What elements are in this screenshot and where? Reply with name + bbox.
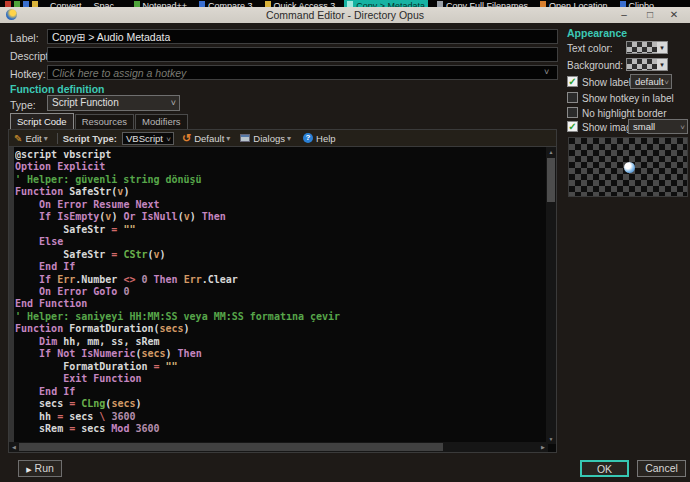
no-highlight-border-checkbox[interactable] [567,107,578,118]
script-type-caption: Script Type: [63,133,117,144]
script-type-chevron-down-icon: ˅ [166,134,171,146]
hotkey-caption: Hotkey: [10,68,46,80]
show-image-chevron-down-icon: ˅ [680,121,685,134]
default-chevron-down-icon: ▾ [226,134,230,143]
window-title: Command Editor - Directory Opus [0,9,690,21]
toolbar-item-clipbo[interactable]: Clipbo [617,0,658,7]
edit-chevron-down-icon: ▾ [44,134,48,143]
background-color-picker[interactable]: ▾ [626,58,668,71]
background-caption: Background: [567,60,623,71]
show-image-combobox[interactable]: small ˅ [628,119,688,134]
edit-menu-button[interactable]: Edit [25,133,41,144]
type-caption: Type: [10,99,36,111]
horizontal-scrollbar[interactable]: ◀ ▶ [9,442,548,452]
background-chevron-down-icon: ▾ [657,59,667,70]
tab-resources[interactable]: Resources [75,114,134,129]
toolbar-icon-cluster[interactable] [2,0,41,7]
show-label-caption: Show label: [582,77,634,88]
description-input[interactable] [47,47,558,62]
tab-modifiers[interactable]: Modifiers [135,114,188,129]
show-label-value: default [635,76,664,87]
hotkey-chevron-down-icon[interactable]: ˅ [544,67,549,77]
ok-button[interactable]: OK [580,460,629,477]
scroll-right-icon[interactable]: ▶ [538,442,548,452]
run-play-icon: ▶ [26,466,31,473]
editor-gutter [9,147,14,444]
default-menu-button[interactable]: Default [194,133,224,144]
toolbar-item-copy-full-filenames[interactable]: Copy Full Filenames [434,0,531,7]
command-editor-window: Convert Spac... Notepad++ Compare 3 Quic… [0,0,690,482]
text-color-chevron-down-icon: ▾ [657,42,667,53]
toolbar-item-copy-metadata[interactable]: Copy > Metadata [344,0,428,7]
run-button-label: Run [35,462,54,474]
text-color-picker[interactable]: ▾ [626,41,668,54]
vertical-scrollbar-thumb[interactable] [547,158,555,202]
vertical-scrollbar[interactable]: ▲ ▼ [546,147,556,444]
script-code-panel: @script vbscriptOption Explicit' Helper:… [8,146,557,453]
show-label-chevron-down-icon: ˅ [664,76,669,89]
default-undo-icon: ↺ [182,132,191,145]
toolbar-item-compare[interactable]: Compare 3 [196,0,256,7]
code-editor[interactable]: @script vbscriptOption Explicit' Helper:… [15,149,545,441]
label-caption: Label: [10,32,39,44]
toolbar-item-notepad[interactable]: Notepad++ [131,0,191,7]
cancel-button[interactable]: Cancel [637,460,686,477]
show-hotkey-caption: Show hotkey in label [582,93,674,104]
type-chevron-down-icon: ˅ [171,96,176,110]
text-color-caption: Text color: [567,43,613,54]
no-highlight-border-caption: No highlight border [582,108,667,119]
show-label-combobox[interactable]: default ˅ [630,74,672,89]
show-label-checkbox[interactable]: ✓ [567,76,578,87]
close-button[interactable]: ✕ [664,7,684,23]
background-toolbar-strip: Convert Spac... Notepad++ Compare 3 Quic… [0,0,690,7]
help-button[interactable]: Help [316,133,336,144]
function-definition-heading: Function definition [10,83,104,95]
edit-pencil-icon: ✎ [14,133,22,144]
toolbar-item-open-location[interactable]: Open Location [537,0,611,7]
script-type-combobox[interactable]: VBScript ˅ [122,132,174,145]
scroll-left-icon[interactable]: ◀ [9,442,19,452]
run-button[interactable]: ▶Run [18,460,62,477]
toolbar-separator [57,133,58,144]
help-icon: ? [303,133,313,143]
titlebar[interactable]: Command Editor - Directory Opus – □ ✕ [0,7,690,23]
editor-tabs: Script Code Resources Modifiers [10,114,189,129]
preview-command-icon [624,162,635,173]
dialogs-menu-button[interactable]: Dialogs [253,133,285,144]
show-image-checkbox[interactable]: ✓ [567,121,578,132]
horizontal-scrollbar-thumb[interactable] [19,443,443,451]
script-type-value: VBScript [126,133,163,144]
appearance-heading: Appearance [567,27,627,39]
button-preview [568,137,688,197]
minimize-button[interactable]: – [614,7,634,23]
dialogs-chevron-down-icon: ▾ [287,134,291,143]
script-toolbar: ✎ Edit ▾ Script Type: VBScript ˅ ↺ Defau… [8,129,557,146]
type-combobox[interactable]: Script Function ˅ [47,95,180,111]
hotkey-input[interactable] [47,65,558,80]
scroll-up-icon[interactable]: ▲ [546,147,556,157]
show-image-value: small [633,121,655,132]
dialogs-window-icon [240,134,250,142]
show-hotkey-checkbox[interactable] [567,92,578,103]
toolbar-item-convert[interactable]: Convert [47,0,85,7]
toolbar-item-quick-access[interactable]: Quick Access 3 [262,0,339,7]
maximize-button[interactable]: □ [640,7,660,23]
toolbar-item-spac[interactable]: Spac... [91,0,125,7]
label-input[interactable] [47,29,558,44]
type-combobox-value: Script Function [52,97,119,108]
tab-script-code[interactable]: Script Code [10,113,74,129]
